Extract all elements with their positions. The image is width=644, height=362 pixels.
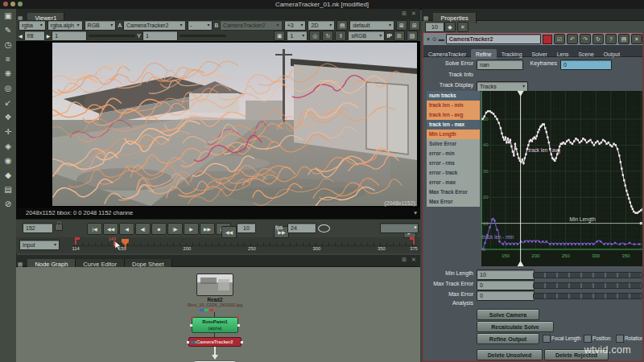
image-icon[interactable]: ▣ (0, 9, 16, 23)
node-rotopaint1[interactable]: RotoPaint1 (alpha) (192, 317, 238, 333)
pane-window-icons[interactable]: ⊞ ✕ (402, 257, 418, 263)
stat-row-max-error[interactable]: Max Error (427, 197, 480, 207)
threed-icon[interactable]: ◈ (0, 139, 16, 154)
time-icon[interactable]: ◷ (0, 38, 16, 52)
transport-right-caret-icon[interactable]: ▸ (415, 224, 417, 229)
stat-row-num-tracks[interactable]: num tracks (427, 91, 480, 101)
channel-icon[interactable]: ≡ (0, 52, 16, 67)
transport-button-1[interactable]: ◀◀ (103, 223, 118, 235)
max-error-slider[interactable] (533, 293, 642, 299)
alpha-dropdown[interactable]: rgba.alph▾ (47, 20, 83, 31)
node-cameratracker2[interactable]: CameraTracker2 (188, 337, 242, 347)
wipe-dropdown[interactable]: -▾ (188, 20, 213, 31)
node-read2-thumbnail[interactable] (196, 274, 233, 296)
prop-tab-tracking[interactable]: Tracking (497, 49, 527, 60)
channels-dropdown[interactable]: rgba▾ (19, 20, 46, 31)
fit-viewer-icon[interactable]: ⊞ (409, 20, 420, 31)
help-icon[interactable]: ? (605, 34, 617, 44)
gamma-field[interactable]: 1 (142, 31, 178, 41)
pin-icon[interactable]: ◆ (444, 22, 456, 32)
colorspace-dropdown[interactable]: sRGB▾ (348, 31, 385, 41)
undo-icon[interactable]: ↶ (567, 34, 578, 44)
other-icon[interactable]: ⊘ (0, 197, 16, 212)
fps-field[interactable]: 24 (287, 223, 316, 233)
minimize-icon[interactable]: ▬ (439, 36, 444, 42)
stat-row-error-max[interactable]: error - max (427, 178, 480, 187)
frame-range-dropdown[interactable]: Input▾ (19, 240, 60, 250)
nodegraph-canvas[interactable]: Read2 Shot_10_C026_2K0192.jpg RotoPaint1… (16, 267, 420, 362)
stat-row-track-len-max[interactable]: track len - max (427, 120, 480, 130)
transport-button-7[interactable]: ▶▶ (200, 223, 215, 235)
timeline-ruler[interactable]: 114150200250300350375143 (72, 237, 417, 253)
stat-row-error-track[interactable]: error - track (427, 168, 480, 178)
stat-row-solve-error[interactable]: Solve Error (427, 139, 480, 149)
stat-row-max-track-error[interactable]: Max Track Error (427, 187, 480, 197)
solve-camera-button[interactable]: Solve Camera (477, 309, 539, 320)
lock-icon[interactable] (55, 224, 63, 231)
checker-icon[interactable]: ⊞ (394, 31, 405, 41)
status-caret-icon[interactable]: ▾ (414, 208, 417, 219)
b-input-dropdown[interactable]: CameraTracker2▾ (220, 20, 283, 31)
stat-row-error-min[interactable]: error - min (427, 149, 480, 158)
node-name-field[interactable]: CameraTracker2 (446, 34, 542, 44)
refine-output-button[interactable]: Refine Output (477, 333, 539, 344)
recalculate-solve-button[interactable]: Recalculate Solve (477, 321, 554, 332)
prop-tab-scene[interactable]: Scene (573, 49, 598, 60)
stat-row-track-len-avg[interactable]: track len - avg (427, 110, 480, 120)
keyer-icon[interactable]: ↙ (0, 96, 16, 110)
prop-tab-output[interactable]: Output (599, 49, 625, 60)
stat-row-track-len-min[interactable]: track len - min (427, 101, 480, 110)
out-marker[interactable] (413, 237, 415, 245)
position-checkbox[interactable] (584, 335, 592, 343)
rotation-checkbox[interactable] (616, 335, 624, 343)
pane-window-icons[interactable]: ⊞ ✕ (402, 10, 418, 17)
stops-field[interactable]: f/8 (24, 31, 45, 41)
panel-stack-count-field[interactable]: 10 (425, 22, 444, 32)
a-input-dropdown[interactable]: CameraTracker2▾ (123, 20, 186, 31)
roi-icon[interactable]: ◎ (309, 31, 320, 41)
filter-icon[interactable]: ◎ (0, 81, 16, 96)
prop-tab-lens[interactable]: Lens (552, 49, 574, 60)
node-color-swatch[interactable] (543, 35, 552, 44)
max-track-error-slider[interactable] (533, 282, 642, 289)
redo-icon[interactable]: ↷ (580, 34, 591, 44)
prop-tab-solver[interactable]: Solver (526, 49, 551, 60)
center-icon[interactable]: ⊙ (432, 36, 437, 43)
transport-button-5[interactable]: |▶ (167, 223, 183, 235)
playback-mode-field[interactable] (380, 223, 419, 233)
merge-icon[interactable]: ❖ (0, 110, 16, 125)
stripes-icon[interactable]: ▨ (407, 31, 418, 41)
max-track-error-field[interactable]: 0 (477, 280, 535, 290)
transport-button-6[interactable]: ▶ (184, 223, 199, 235)
stat-row-error-rms[interactable]: error - rms (427, 158, 480, 168)
transport-button-2[interactable]: ◀ (119, 223, 134, 235)
loop-icon[interactable] (318, 224, 330, 232)
refresh-icon[interactable]: ↻ (322, 31, 333, 41)
film-icon[interactable]: ▤ (336, 20, 348, 31)
min-length-slider[interactable] (533, 272, 642, 278)
gain-slider[interactable] (89, 35, 135, 37)
gain-field[interactable]: 1 (52, 31, 87, 41)
gain-preset-dropdown[interactable]: +3▾ (284, 20, 307, 31)
delete-unsolved-button[interactable]: Delete Unsolved (477, 349, 543, 360)
monitor-icon[interactable]: ▣ (274, 31, 285, 41)
transform-icon[interactable]: ✛ (0, 125, 16, 139)
deep-icon[interactable]: ◆ (0, 168, 16, 183)
clear-panels-icon[interactable]: ✕ (457, 22, 469, 32)
manual-icon[interactable]: ▤ (618, 34, 630, 44)
display-channel-dropdown[interactable]: RGB▾ (85, 20, 117, 31)
prop-tab-cameratracker[interactable]: CameraTracker (423, 49, 471, 60)
stops-right-icon[interactable]: ▶ (47, 33, 51, 39)
gamma-slider[interactable] (180, 35, 226, 37)
pause-icon[interactable]: ‖ (335, 31, 346, 41)
views-icon[interactable]: ◉ (0, 154, 16, 168)
chart[interactable]: 01020304050150200250300350Min Lengthtrac… (481, 91, 643, 266)
toolsets-icon[interactable]: ▤ (0, 183, 16, 197)
wipe-icon[interactable]: ⊠ (396, 20, 407, 31)
prop-tab-refine[interactable]: Refine (471, 49, 497, 60)
draw-icon[interactable]: ✎ (0, 23, 16, 38)
max-error-field[interactable]: 0 (477, 290, 535, 301)
playhead[interactable] (122, 237, 129, 246)
focal-length-checkbox[interactable] (543, 335, 551, 343)
skip-value-field[interactable]: 10 (237, 223, 256, 233)
